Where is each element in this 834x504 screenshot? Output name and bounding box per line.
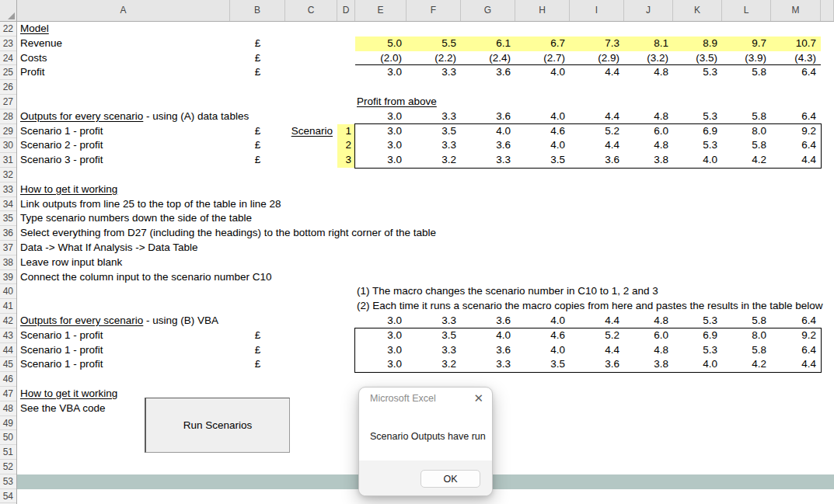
cell-F42[interactable]: 3.3 (407, 314, 461, 328)
cell-I25[interactable]: 4.4 (570, 65, 624, 80)
row-header-50[interactable]: 50 (0, 430, 16, 445)
row-header-23[interactable]: 23 (0, 36, 16, 51)
cell-D31[interactable]: 3 (337, 153, 355, 168)
cell-F24[interactable]: (2.2) (407, 51, 461, 66)
cell-F23[interactable]: 5.5 (407, 36, 461, 51)
cell-A29[interactable]: Scenario 1 - profit (20, 124, 103, 139)
cell-H28[interactable]: 4.0 (515, 109, 570, 124)
column-header-H[interactable]: H (515, 0, 570, 21)
cell-M28[interactable]: 6.4 (771, 109, 821, 124)
cell-G28[interactable]: 3.6 (461, 109, 515, 124)
row-header-29[interactable]: 29 (0, 124, 16, 139)
row-header-43[interactable]: 43 (0, 328, 16, 343)
cell-B24[interactable]: £ (230, 51, 285, 66)
cell-F28[interactable]: 3.3 (407, 109, 461, 124)
row-header-54[interactable]: 54 (0, 489, 16, 504)
row-header-32[interactable]: 32 (0, 168, 16, 182)
cell-F25[interactable]: 3.3 (407, 65, 461, 80)
cell-B43[interactable]: £ (230, 328, 285, 343)
row-header-33[interactable]: 33 (0, 182, 16, 197)
cell-H25[interactable]: 4.0 (515, 65, 570, 80)
cell-I28[interactable]: 4.4 (570, 109, 624, 124)
cell-E40[interactable]: (1) The macro changes the scenario numbe… (357, 284, 658, 299)
cell-A34[interactable]: Link outputs from line 25 to the top of … (20, 197, 281, 212)
row-header-35[interactable]: 35 (0, 211, 16, 226)
column-header-F[interactable]: F (407, 0, 461, 21)
cell-E41[interactable]: (2) Each time it runs a scenario the mac… (357, 299, 823, 314)
cell-J25[interactable]: 4.8 (624, 65, 673, 80)
row-header-37[interactable]: 37 (0, 241, 16, 255)
row-header-34[interactable]: 34 (0, 197, 16, 212)
cell-J42[interactable]: 4.8 (624, 314, 673, 328)
row-header-46[interactable]: 46 (0, 372, 16, 387)
cell-L25[interactable]: 5.8 (722, 65, 771, 80)
column-header-I[interactable]: I (570, 0, 624, 21)
cell-B44[interactable]: £ (230, 343, 285, 358)
row-header-39[interactable]: 39 (0, 270, 16, 285)
cell-I42[interactable]: 4.4 (570, 314, 624, 328)
cell-B25[interactable]: £ (230, 65, 285, 80)
cell-A47[interactable]: How to get it working (20, 387, 117, 401)
row-header-22[interactable]: 22 (0, 22, 16, 36)
row-header-52[interactable]: 52 (0, 460, 16, 474)
cell-E28[interactable]: 3.0 (355, 109, 407, 124)
cell-A44[interactable]: Scenario 1 - profit (20, 343, 103, 358)
cell-L23[interactable]: 9.7 (722, 36, 771, 51)
cell-B23[interactable]: £ (230, 36, 285, 51)
cell-B29[interactable]: £ (230, 124, 285, 139)
cell-A42[interactable]: Outputs for every scenario - using (B) V… (20, 314, 218, 328)
cell-H42[interactable]: 4.0 (515, 314, 570, 328)
cell-K28[interactable]: 5.3 (673, 109, 722, 124)
row-header-36[interactable]: 36 (0, 226, 16, 241)
cell-A48[interactable]: See the VBA code (20, 401, 106, 416)
column-header-E[interactable]: E (355, 0, 407, 21)
row-header-41[interactable]: 41 (0, 299, 16, 314)
cell-A36[interactable]: Select everything from D27 (including th… (20, 226, 436, 241)
cell-K25[interactable]: 5.3 (673, 65, 722, 80)
cell-A23[interactable]: Revenue (20, 36, 62, 51)
row-header-31[interactable]: 31 (0, 153, 16, 168)
cell-G24[interactable]: (2.4) (461, 51, 515, 66)
cell-K23[interactable]: 8.9 (673, 36, 722, 51)
row-header-24[interactable]: 24 (0, 51, 16, 66)
row-header-48[interactable]: 48 (0, 401, 16, 416)
row-header-40[interactable]: 40 (0, 284, 16, 299)
cell-J24[interactable]: (3.2) (624, 51, 673, 66)
cell-I23[interactable]: 7.3 (570, 36, 624, 51)
row-header-44[interactable]: 44 (0, 343, 16, 358)
cell-A45[interactable]: Scenario 1 - profit (20, 357, 103, 372)
cell-M42[interactable]: 6.4 (771, 314, 821, 328)
run-scenarios-button[interactable]: Run Scenarios (145, 398, 290, 453)
cell-L28[interactable]: 5.8 (722, 109, 771, 124)
cell-M25[interactable]: 6.4 (771, 65, 821, 80)
cell-A35[interactable]: Type scenario numbers down the side of t… (20, 211, 252, 226)
column-header-B[interactable]: B (230, 0, 285, 21)
cell-H23[interactable]: 6.7 (515, 36, 570, 51)
row-header-28[interactable]: 28 (0, 109, 16, 124)
column-header-K[interactable]: K (673, 0, 722, 21)
row-header-26[interactable]: 26 (0, 80, 16, 95)
row-header-49[interactable]: 49 (0, 416, 16, 431)
column-header-C[interactable]: C (285, 0, 337, 21)
cell-G25[interactable]: 3.6 (461, 65, 515, 80)
cell-M24[interactable]: (4.3) (771, 51, 821, 66)
cell-E23[interactable]: 5.0 (355, 36, 407, 51)
cell-G23[interactable]: 6.1 (461, 36, 515, 51)
cell-A24[interactable]: Costs (20, 51, 47, 66)
row-header-25[interactable]: 25 (0, 65, 16, 80)
cell-D29[interactable]: 1 (337, 124, 355, 139)
cell-A33[interactable]: How to get it working (20, 182, 117, 197)
ok-button[interactable]: OK (420, 470, 480, 488)
close-icon[interactable]: ✕ (473, 391, 483, 406)
cell-L24[interactable]: (3.9) (722, 51, 771, 66)
cell-A28[interactable]: Outputs for every scenario - using (A) d… (20, 109, 249, 124)
cell-H24[interactable]: (2.7) (515, 51, 570, 66)
cell-A39[interactable]: Connect the column input to the scenario… (20, 270, 271, 285)
column-header-G[interactable]: G (461, 0, 515, 21)
row-header-53[interactable]: 53 (0, 474, 16, 489)
cell-C29[interactable]: Scenario (285, 124, 335, 139)
row-header-45[interactable]: 45 (0, 357, 16, 372)
cell-K24[interactable]: (3.5) (673, 51, 722, 66)
cell-A38[interactable]: Leave row input blank (20, 255, 122, 270)
cell-A22[interactable]: Model (20, 22, 49, 36)
